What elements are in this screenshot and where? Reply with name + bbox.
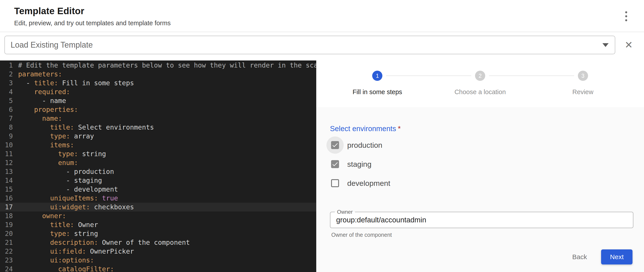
code-text: items: [13,141,74,150]
step-circle-icon: 2 [475,71,485,81]
code-line[interactable]: 10 items: [0,141,316,150]
code-line[interactable]: 17 ui:widget: checkboxes [0,203,316,212]
checkbox-ripple [326,175,344,192]
checkbox-checked-icon[interactable] [331,141,339,149]
code-text: ui:widget: checkboxes [13,203,134,212]
code-text: - development [13,185,118,194]
code-text: ui:field: OwnerPicker [13,247,134,256]
code-text: - title: Fill in some steps [13,79,134,87]
header-text: Template Editor Edit, preview, and try o… [14,6,171,27]
stepper-step: 2Choose a location [429,71,532,96]
close-button[interactable]: ✕ [619,36,639,54]
code-text: name: [13,114,62,123]
line-number: 24 [0,265,13,272]
step-label: Review [572,88,593,96]
code-line[interactable]: 7 name: [0,114,316,123]
page-subtitle: Edit, preview, and try out templates and… [14,20,171,27]
line-number: 11 [0,150,13,158]
code-text: parameters: [13,70,62,79]
code-text: required: [13,87,70,96]
code-line[interactable]: 6 properties: [0,105,316,114]
code-line[interactable]: 18 owner: [0,212,316,220]
code-line[interactable]: 9 type: array [0,132,316,141]
dropdown-caret-icon [602,43,608,47]
checkbox-label: staging [347,160,372,169]
code-text: uniqueItems: true [13,194,118,203]
checkbox-unchecked-icon[interactable] [331,179,339,187]
code-editor[interactable]: 1# Edit the template parameters below to… [0,60,316,272]
code-line[interactable]: 4 required: [0,87,316,96]
code-text: - staging [13,176,102,185]
code-line[interactable]: 24 catalogFilter: [0,265,316,272]
next-button[interactable]: Next [601,249,632,264]
code-text: owner: [13,212,66,220]
line-number: 15 [0,185,13,194]
required-asterisk: * [398,124,401,133]
stepper: 1Fill in some steps2Choose a location3Re… [316,60,644,107]
line-number: 23 [0,256,13,265]
line-number: 2 [0,70,13,79]
stepper-step: 1Fill in some steps [326,71,429,96]
form-area: Select environments* productionstagingde… [316,107,644,272]
code-line[interactable]: 11 type: string [0,150,316,158]
page-title: Template Editor [14,6,171,16]
code-text: enum: [13,158,78,167]
header: Template Editor Edit, preview, and try o… [0,0,644,32]
code-line[interactable]: 23 ui:options: [0,256,316,265]
checkbox-group: productionstagingdevelopment [330,135,634,193]
code-text: title: Owner [13,220,98,229]
line-number: 17 [0,203,13,212]
checkbox-row-production[interactable]: production [326,135,634,155]
code-text: description: Owner of the component [13,238,190,247]
code-line[interactable]: 12 enum: [0,158,316,167]
checkbox-row-development[interactable]: development [326,174,634,193]
group-label-row: Select environments* [330,124,634,133]
kebab-menu-icon [625,11,627,21]
owner-helper-text: Owner of the component [330,232,634,238]
checkbox-label: production [347,141,382,150]
code-line[interactable]: 8 title: Select environments [0,123,316,132]
form-preview-pane: 1Fill in some steps2Choose a location3Re… [316,60,644,272]
code-line[interactable]: 19 title: Owner [0,220,316,229]
code-line[interactable]: 1# Edit the template parameters below to… [0,61,316,70]
form-actions: Back Next [330,240,634,268]
line-number: 20 [0,229,13,238]
code-text: type: string [13,150,106,158]
line-number: 19 [0,220,13,229]
owner-field: Owner [330,212,634,228]
checkbox-checked-icon[interactable] [331,160,339,168]
code-text: ui:options: [13,256,94,265]
stepper-step: 3Review [532,71,634,96]
step-label: Choose a location [454,88,506,96]
step-circle-icon: 3 [578,71,588,81]
code-lines: 1# Edit the template parameters below to… [0,61,316,272]
code-line[interactable]: 14 - staging [0,176,316,185]
template-picker-row: Load Existing Template ✕ [0,32,644,60]
code-line[interactable]: 15 - development [0,185,316,194]
checkbox-row-staging[interactable]: staging [326,155,634,174]
line-number: 14 [0,176,13,185]
code-line[interactable]: 13 - production [0,167,316,176]
select-environments-label: Select environments [330,124,396,133]
more-options-button[interactable] [621,8,632,24]
line-number: 1 [0,61,13,70]
code-line[interactable]: 22 ui:field: OwnerPicker [0,247,316,256]
line-number: 7 [0,114,13,123]
line-number: 4 [0,87,13,96]
code-text: - production [13,167,114,176]
code-text: title: Select environments [13,123,154,132]
line-number: 12 [0,158,13,167]
code-line[interactable]: 20 type: string [0,229,316,238]
load-template-select[interactable]: Load Existing Template [4,36,615,54]
line-number: 18 [0,212,13,220]
code-line[interactable]: 16 uniqueItems: true [0,194,316,203]
code-line[interactable]: 5 - name [0,96,316,105]
code-line[interactable]: 21 description: Owner of the component [0,238,316,247]
code-line[interactable]: 3 - title: Fill in some steps [0,79,316,87]
checkbox-ripple [326,137,344,154]
code-line[interactable]: 2parameters: [0,70,316,79]
back-button[interactable]: Back [568,250,592,264]
owner-input[interactable] [330,212,633,228]
code-text: type: array [13,132,94,141]
line-number: 9 [0,132,13,141]
